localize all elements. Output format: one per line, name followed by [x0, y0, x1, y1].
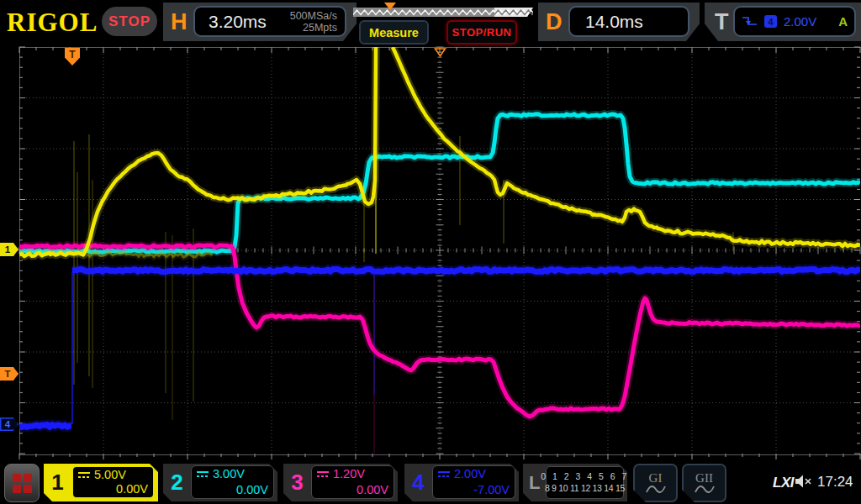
menu-button[interactable] [4, 464, 40, 502]
channel2-offset: 0.00V [197, 483, 268, 496]
sine-wave-icon [646, 485, 666, 494]
channel3-scale: 1.20V [333, 467, 365, 480]
trace-CH4 [19, 424, 71, 427]
trigger-position-label: T [69, 49, 75, 66]
trace-CH4 [72, 269, 860, 271]
channel3-number: 3 [283, 464, 311, 501]
logic-label: L [529, 464, 540, 501]
logic-channel-list: 0 1 2 3 4 5 6 7 8 9 10 11 12 13 14 15 [546, 466, 624, 499]
logic-channels-box[interactable]: L 0 1 2 3 4 5 6 7 8 9 10 11 12 13 14 15 [523, 464, 627, 501]
trace-CH1 [19, 47, 376, 256]
channel4-number: 4 [404, 464, 432, 501]
center-screen-marker [434, 48, 446, 57]
channel3-offset: 0.00V [317, 483, 388, 496]
channel3-values: 1.20V 0.00V [311, 465, 394, 499]
channel4-box[interactable]: 4 2.00V -7.00V [404, 464, 519, 501]
generator1-label: GI [649, 472, 663, 485]
speaker-muted-icon[interactable] [795, 474, 815, 489]
logic-row-8-15: 8 9 10 11 12 13 14 15 [545, 483, 625, 494]
channel1-number: 1 [44, 464, 71, 501]
channel4-values: 2.00V -7.00V [432, 465, 515, 499]
logic-row-0-7: 0 1 2 3 4 5 6 7 [541, 471, 629, 482]
channel2-scale: 3.00V [213, 467, 245, 480]
dc-coupling-icon [438, 470, 450, 477]
channel2-values: 3.00V 0.00V [191, 465, 274, 499]
clock: 17:24 [817, 474, 853, 491]
waveform-display [0, 0, 861, 504]
channel1-values: 5.00V 0.00V [71, 465, 155, 499]
channel1-box[interactable]: 1 5.00V 0.00V [44, 464, 158, 501]
generator2-label: GII [695, 472, 713, 485]
channel1-scale: 5.00V [94, 468, 126, 481]
trace-glow-CH1 [19, 47, 376, 256]
channel4-scale: 2.00V [454, 467, 486, 480]
sine-wave-icon [695, 485, 715, 494]
oscilloscope-screen: RIGOL STOP H 3.20ms 500MSa/s 25Mpts Meas… [0, 0, 861, 504]
channel2-number: 2 [163, 464, 191, 501]
dc-coupling-icon [197, 470, 209, 477]
dc-coupling-icon [78, 471, 90, 478]
menu-grid-icon [13, 474, 32, 493]
channel3-box[interactable]: 3 1.20V 0.00V [283, 464, 398, 501]
channel1-offset: 0.00V [78, 482, 148, 496]
lxi-indicator: LXI [773, 475, 794, 491]
channel2-box[interactable]: 2 3.00V 0.00V [163, 464, 277, 501]
channel4-offset: -7.00V [438, 483, 510, 496]
dc-coupling-icon [317, 470, 329, 477]
